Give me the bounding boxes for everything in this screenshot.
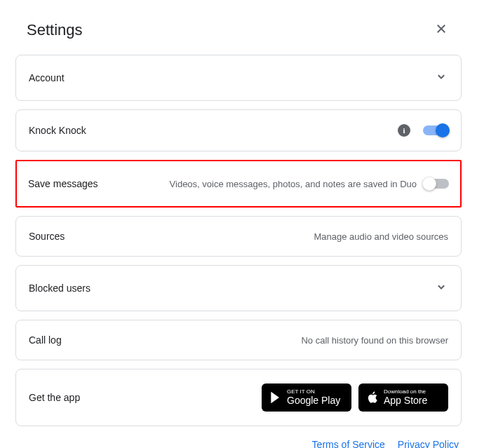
close-button[interactable] — [432, 20, 450, 41]
sources-desc: Manage audio and video sources — [314, 231, 448, 242]
knock-knock-toggle[interactable] — [423, 125, 448, 135]
knock-knock-label: Knock Knock — [29, 125, 86, 136]
app-store-text: Download on the App Store — [384, 389, 427, 406]
blocked-users-row[interactable]: Blocked users — [15, 265, 462, 311]
save-messages-desc: Videos, voice messages, photos, and note… — [170, 179, 417, 189]
terms-link[interactable]: Terms of Service — [312, 439, 385, 448]
sources-label: Sources — [29, 231, 65, 242]
google-play-icon — [269, 390, 283, 405]
chevron-down-icon — [434, 69, 448, 86]
info-icon[interactable]: i — [398, 124, 410, 137]
app-store-button[interactable]: Download on the App Store — [358, 383, 448, 412]
save-messages-toggle[interactable] — [424, 179, 449, 189]
footer-links: Terms of Service Privacy Policy — [15, 435, 462, 448]
close-icon — [435, 22, 448, 35]
toggle-thumb — [436, 123, 450, 137]
save-messages-label: Save messages — [28, 178, 98, 189]
call-log-desc: No call history found on this browser — [301, 335, 448, 346]
chevron-down-icon — [434, 280, 448, 297]
apple-icon — [365, 389, 379, 406]
sources-row[interactable]: Sources Manage audio and video sources — [15, 216, 462, 257]
google-play-button[interactable]: GET IT ON Google Play — [262, 383, 351, 412]
google-play-text: GET IT ON Google Play — [287, 389, 340, 406]
call-log-label: Call log — [29, 334, 62, 346]
get-app-row: Get the app GET IT ON Google Play Downlo… — [15, 369, 462, 426]
account-label: Account — [29, 72, 65, 83]
knock-knock-row: Knock Knock i — [15, 109, 462, 151]
save-messages-row: Save messages Videos, voice messages, ph… — [15, 160, 462, 208]
call-log-row: Call log No call history found on this b… — [15, 320, 462, 360]
toggle-thumb — [422, 177, 436, 191]
blocked-users-label: Blocked users — [29, 283, 90, 294]
account-row[interactable]: Account — [15, 55, 462, 101]
get-app-label: Get the app — [29, 392, 80, 403]
page-title: Settings — [27, 21, 83, 39]
settings-header: Settings — [15, 15, 462, 55]
privacy-link[interactable]: Privacy Policy — [398, 439, 459, 448]
